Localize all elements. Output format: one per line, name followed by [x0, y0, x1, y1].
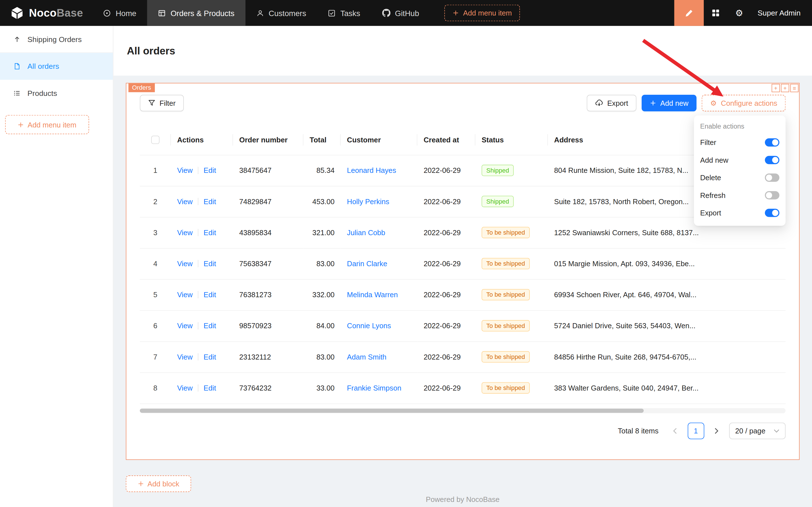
- toggle-switch[interactable]: [765, 138, 779, 146]
- status-badge: To be shipped: [481, 382, 529, 394]
- enable-action-item-delete[interactable]: Delete: [694, 169, 786, 186]
- view-link[interactable]: View: [177, 290, 192, 299]
- enable-action-label: Export: [700, 209, 721, 217]
- user-menu[interactable]: Super Admin: [758, 9, 801, 17]
- customer-link[interactable]: Holly Perkins: [347, 198, 389, 206]
- enable-action-item-export[interactable]: Export: [694, 204, 786, 222]
- row-total: 83.00: [303, 248, 341, 279]
- nav-item-github[interactable]: GitHub: [371, 0, 430, 26]
- row-actions: ViewEdit: [171, 248, 233, 279]
- edit-link[interactable]: Edit: [204, 290, 216, 299]
- view-link[interactable]: View: [177, 384, 192, 392]
- sidebar-item-shipping-orders[interactable]: Shipping Orders: [0, 26, 113, 53]
- customer-link[interactable]: Julian Cobb: [347, 228, 386, 237]
- pagination-page-1[interactable]: 1: [687, 422, 704, 439]
- nocobase-logo[interactable]: NocoBase: [0, 6, 93, 20]
- view-link[interactable]: View: [177, 166, 192, 175]
- pagination-next-button[interactable]: [708, 422, 725, 439]
- status-badge: Shipped: [481, 165, 514, 176]
- top-navbar: NocoBase Home Orders & Products Customer…: [0, 0, 812, 26]
- toggle-switch[interactable]: [765, 173, 779, 182]
- row-status: To be shipped: [475, 341, 548, 372]
- edit-link[interactable]: Edit: [204, 198, 216, 206]
- customer-link[interactable]: Darin Clarke: [347, 260, 387, 268]
- row-actions: ViewEdit: [171, 186, 233, 217]
- block-initializer-icon[interactable]: +: [781, 84, 789, 92]
- enable-action-item-add-new[interactable]: Add new: [694, 151, 786, 169]
- sidebar-item-products[interactable]: Products: [0, 80, 113, 107]
- toggle-switch[interactable]: [765, 156, 779, 164]
- pagination-total: Total 8 items: [618, 427, 658, 435]
- row-status: To be shipped: [475, 310, 548, 341]
- row-order-number: 75638347: [233, 248, 304, 279]
- navbar-add-menu-item-button[interactable]: Add menu item: [444, 5, 520, 21]
- enable-action-item-refresh[interactable]: Refresh: [694, 186, 786, 204]
- page-size-select[interactable]: 20 / page: [729, 422, 786, 439]
- arrow-up-icon: [13, 36, 21, 43]
- horizontal-scrollbar-thumb[interactable]: [140, 408, 644, 412]
- column-header-created-at: Created at: [417, 125, 475, 155]
- filter-icon: [148, 100, 155, 107]
- customer-link[interactable]: Connie Lyons: [347, 322, 391, 330]
- export-button[interactable]: Export: [586, 95, 636, 111]
- edit-link[interactable]: Edit: [204, 384, 216, 392]
- status-badge: To be shipped: [481, 227, 529, 238]
- gear-icon: ⚙: [710, 99, 717, 107]
- plus-icon: [650, 100, 656, 106]
- sidebar-add-menu-item-button[interactable]: Add menu item: [5, 115, 89, 134]
- enable-action-item-filter[interactable]: Filter: [694, 134, 786, 151]
- filter-button[interactable]: Filter: [140, 95, 184, 111]
- toggle-switch[interactable]: [765, 191, 779, 200]
- enable-action-label: Delete: [700, 173, 721, 182]
- ui-editor-toggle-button[interactable]: [674, 0, 704, 26]
- row-index: 2: [140, 186, 171, 217]
- block-add-field-icon[interactable]: +: [772, 84, 780, 92]
- add-block-label: Add block: [148, 480, 179, 488]
- enable-action-label: Add new: [700, 156, 728, 164]
- main-menu: Home Orders & Products Customers Tasks: [93, 0, 430, 26]
- edit-link[interactable]: Edit: [204, 322, 216, 330]
- nav-item-customers[interactable]: Customers: [245, 0, 317, 26]
- view-link[interactable]: View: [177, 353, 192, 361]
- nocobase-cube-icon: [10, 6, 24, 20]
- nav-item-home[interactable]: Home: [93, 0, 148, 26]
- nav-item-tasks[interactable]: Tasks: [317, 0, 371, 26]
- row-created-at: 2022-06-29: [417, 310, 475, 341]
- plus-icon: [18, 121, 24, 128]
- nav-item-orders-products[interactable]: Orders & Products: [147, 0, 245, 26]
- column-header-actions: Actions: [171, 125, 233, 155]
- settings-button[interactable]: ⚙: [735, 8, 743, 17]
- select-all-checkbox[interactable]: [151, 136, 159, 144]
- customer-link[interactable]: Adam Smith: [347, 353, 387, 361]
- sidebar-item-all-orders[interactable]: All orders: [0, 53, 113, 80]
- view-link[interactable]: View: [177, 198, 192, 206]
- view-link[interactable]: View: [177, 322, 192, 330]
- customer-link[interactable]: Frankie Simpson: [347, 384, 402, 392]
- configure-actions-button[interactable]: ⚙ Configure actions: [702, 95, 786, 111]
- plugin-manager-button[interactable]: [711, 9, 719, 17]
- toggle-switch[interactable]: [765, 209, 779, 217]
- row-address: 84856 Hirthe Run, Suite 268, 94754-6705,…: [548, 341, 786, 372]
- view-link[interactable]: View: [177, 260, 192, 268]
- grid-icon: [711, 9, 719, 17]
- block-menu-icon[interactable]: ≡: [790, 84, 799, 92]
- add-block-button[interactable]: Add block: [126, 475, 191, 492]
- row-customer: Darin Clarke: [341, 248, 417, 279]
- edit-link[interactable]: Edit: [204, 166, 216, 175]
- pagination: Total 8 items 1 20 / page: [140, 422, 786, 439]
- edit-link[interactable]: Edit: [204, 260, 216, 268]
- row-address: 69934 Schoen River, Apt. 646, 49704, Wal…: [548, 279, 786, 310]
- status-badge: To be shipped: [481, 258, 529, 269]
- edit-link[interactable]: Edit: [204, 228, 216, 237]
- add-new-button[interactable]: Add new: [642, 95, 697, 111]
- nav-item-label: Customers: [269, 8, 306, 17]
- action-divider: [198, 384, 198, 392]
- add-menu-item-label: Add menu item: [27, 120, 76, 128]
- view-link[interactable]: View: [177, 228, 192, 237]
- status-badge: To be shipped: [481, 320, 529, 331]
- row-actions: ViewEdit: [171, 217, 233, 248]
- customer-link[interactable]: Leonard Hayes: [347, 166, 396, 175]
- pagination-prev-button[interactable]: [667, 422, 684, 439]
- edit-link[interactable]: Edit: [204, 353, 216, 361]
- customer-link[interactable]: Melinda Warren: [347, 290, 398, 299]
